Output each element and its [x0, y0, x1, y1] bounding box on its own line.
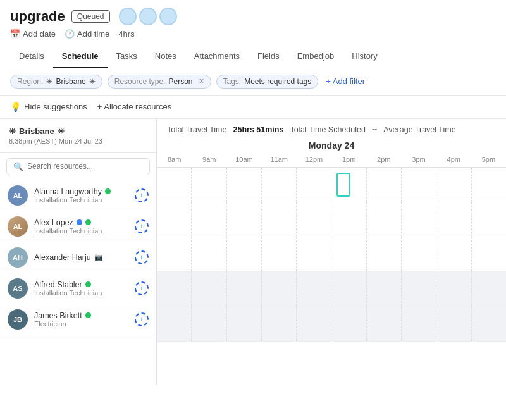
cell	[297, 272, 331, 306]
cell	[262, 237, 297, 271]
cell	[262, 307, 297, 341]
time-12pm: 12pm	[297, 156, 331, 163]
add-time-item[interactable]: 🕐 Add time	[65, 29, 109, 39]
cell	[157, 307, 192, 341]
cell	[436, 307, 471, 341]
status-badge[interactable]: Queued	[71, 10, 110, 23]
add-date-item[interactable]: 📅 Add date	[10, 29, 56, 39]
timeline-row-ah	[157, 237, 506, 272]
avatar-as: AS	[8, 278, 28, 299]
sub-header: 📅 Add date 🕐 Add time 4hrs	[0, 29, 506, 45]
alanna-role: Installation Technician	[34, 196, 128, 204]
search-input[interactable]	[27, 162, 143, 171]
avg-travel-label: Average Travel Time	[383, 125, 455, 134]
add-resource-button-alex[interactable]: +	[135, 219, 149, 233]
time-2pm: 2pm	[366, 156, 401, 163]
avatar-3[interactable]	[159, 8, 177, 25]
tab-tasks[interactable]: Tasks	[108, 45, 146, 68]
cell	[262, 272, 297, 306]
tab-schedule[interactable]: Schedule	[53, 45, 108, 68]
list-item: AH Alexander Harju 📷 +	[0, 242, 156, 273]
tab-notes[interactable]: Notes	[146, 45, 185, 68]
total-scheduled-label: Total Time Scheduled	[290, 125, 366, 134]
time-1pm: 1pm	[331, 156, 366, 163]
time-3pm: 3pm	[401, 156, 436, 163]
timeline-row-alex	[157, 202, 506, 237]
filter-tags[interactable]: Tags: Meets required tags	[216, 75, 319, 89]
avatar-2[interactable]	[139, 8, 157, 25]
allocate-resources-label: + Allocate resources	[97, 102, 171, 111]
cell	[331, 237, 366, 271]
tab-history[interactable]: History	[343, 45, 386, 68]
allocate-resources-button[interactable]: + Allocate resources	[97, 102, 171, 111]
job-title: upgrade	[10, 8, 65, 25]
status-dot-green	[105, 188, 111, 194]
timeline-row-as	[157, 272, 506, 307]
filter-region-icon-right: ✳	[89, 77, 96, 86]
timeline-body	[157, 168, 506, 385]
avatar-alex: AL	[8, 216, 28, 237]
cell	[402, 168, 436, 202]
cell	[157, 202, 192, 237]
resource-name-alex: Alex Lopez	[34, 218, 128, 227]
tab-attachments[interactable]: Attachments	[185, 45, 249, 68]
as-role: Installation Technician	[34, 289, 128, 297]
tab-details[interactable]: Details	[10, 45, 53, 68]
add-resource-button-alanna[interactable]: +	[135, 188, 149, 202]
jb-role: Electrician	[34, 320, 128, 328]
search-box[interactable]: 🔍	[6, 158, 150, 175]
tab-fields[interactable]: Fields	[249, 45, 288, 68]
page-header: upgrade Queued	[0, 0, 506, 29]
cell	[297, 307, 331, 341]
cell	[472, 202, 506, 237]
status-dot-green-4	[85, 312, 91, 318]
add-date-label: Add date	[23, 29, 56, 39]
avatar-ah: AH	[8, 247, 28, 268]
cell	[402, 202, 436, 237]
travel-time-value: 25hrs 51mins	[233, 125, 283, 134]
time-11am: 11am	[262, 156, 297, 163]
cell	[331, 202, 366, 237]
cell	[436, 237, 471, 271]
schedule-date: Monday 24	[157, 138, 506, 156]
left-panel: ✳ Brisbane ✳ 8:38pm (AEST) Mon 24 Jul 23…	[0, 119, 157, 385]
cell	[227, 307, 262, 341]
resource-info-alanna: Alanna Langworthy Installation Technicia…	[34, 187, 128, 204]
region-header: ✳ Brisbane ✳ 8:38pm (AEST) Mon 24 Jul 23	[0, 119, 156, 153]
cell	[436, 272, 471, 306]
alanna-name-text: Alanna Langworthy	[34, 187, 102, 196]
cell	[227, 202, 262, 237]
cell	[367, 202, 402, 237]
search-icon: 🔍	[13, 162, 23, 171]
tab-bar: Details Schedule Tasks Notes Attachments…	[0, 45, 506, 68]
cell	[472, 307, 506, 341]
resource-info-jb: James Birkett Electrician	[34, 311, 128, 328]
filter-region[interactable]: Region: ✳ Brisbane ✳	[10, 75, 102, 89]
add-resource-button-jb[interactable]: +	[135, 312, 149, 326]
add-resource-button-ah[interactable]: +	[135, 250, 149, 264]
avatar-1[interactable]	[119, 8, 137, 25]
list-item: AS Alfred Stabler Installation Technicia…	[0, 273, 156, 304]
scheduled-block[interactable]	[336, 173, 350, 197]
status-dot-green-3	[85, 281, 91, 287]
time-5pm: 5pm	[471, 156, 506, 163]
resource-name-alanna: Alanna Langworthy	[34, 187, 128, 196]
ah-name-text: Alexander Harju	[34, 253, 91, 262]
cell	[297, 168, 331, 202]
filter-resource-remove[interactable]: ✕	[199, 77, 204, 85]
hide-suggestions-button[interactable]: 💡 Hide suggestions	[10, 102, 87, 112]
cell	[436, 168, 471, 202]
add-filter-button[interactable]: + Add filter	[326, 77, 365, 86]
filter-tags-label: Tags:	[223, 77, 242, 86]
time-10am: 10am	[226, 156, 261, 163]
tab-embedjob[interactable]: Embedjob	[288, 45, 343, 68]
cell	[367, 307, 402, 341]
filter-resource-type[interactable]: Resource type: Person ✕	[108, 75, 211, 89]
region-icon-left: ✳	[9, 127, 16, 136]
avatar-al: AL	[8, 185, 28, 206]
cell	[331, 307, 366, 341]
add-resource-button-as[interactable]: +	[135, 281, 149, 295]
list-item: AL Alanna Langworthy Installation Techni…	[0, 180, 156, 211]
cell	[367, 237, 402, 271]
cell	[402, 237, 436, 271]
